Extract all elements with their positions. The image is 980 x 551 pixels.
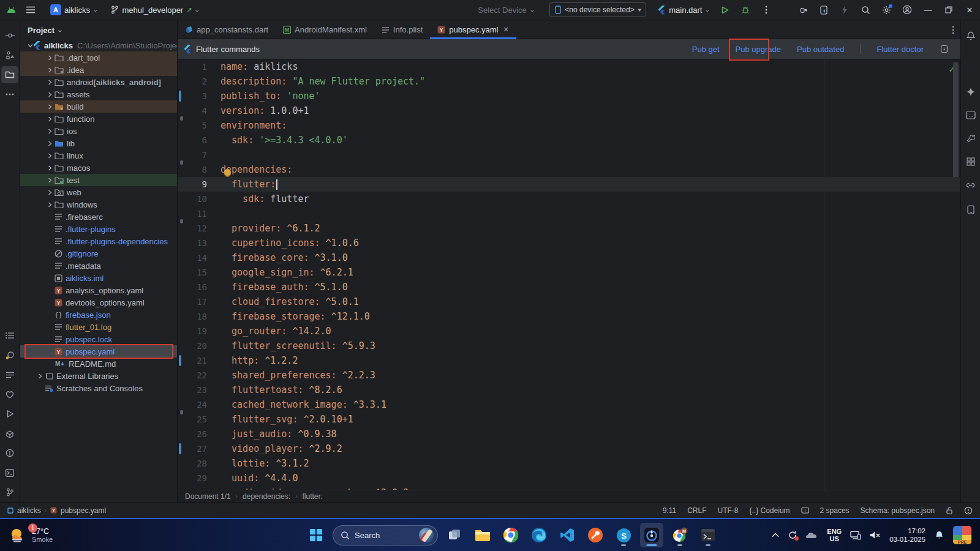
breadcrumb-dependencies[interactable]: dependencies: [243,492,290,501]
code-line-3[interactable]: 3publish_to: 'none' [178,89,960,103]
code-line-14[interactable]: 14 firebase_core: ^3.1.0 [178,250,960,265]
line-separator[interactable]: CRLF [687,506,706,515]
chevron-right-icon[interactable] [45,178,55,183]
tool-commit[interactable] [1,27,18,44]
chevron-right-icon[interactable] [45,165,55,171]
clock-widget[interactable]: 17:02 03-01-2025 [889,527,925,544]
tool-device-explorer[interactable] [962,153,979,170]
code-line-7[interactable]: 7 [178,148,960,162]
taskbar-app-task-view[interactable] [443,523,466,547]
file-encoding[interactable]: UTF-8 [718,506,739,515]
tree-item-firebaserc[interactable]: .firebaserc [20,211,177,223]
tree-item-readme-md[interactable]: MREADME.md [20,358,177,370]
minimize-button[interactable]: — [918,0,938,20]
taskbar-app-android-studio[interactable] [640,523,663,547]
chevron-right-icon[interactable] [45,190,55,195]
code-line-21[interactable]: 21 http: ^1.2.2 [178,353,960,368]
code-line-30[interactable]: 30 audio_video_progress_bar: ^2.0.3 [178,485,960,490]
tool-structure[interactable] [1,47,18,64]
tab-androidmanifest-xml[interactable]: MAndroidManifest.xml [276,21,374,39]
tool-more-tool-windows[interactable] [1,86,18,103]
profiler-button[interactable] [793,0,813,20]
cast-display-icon[interactable] [850,531,861,540]
tree-item-build[interactable]: build [20,100,177,113]
vcs-widget[interactable]: mehul_developer ↗ ⌄ [107,2,204,18]
device-manager-button[interactable] [813,0,834,20]
tab-pubspec-yaml[interactable]: Ypubspec.yaml✕ [430,21,516,39]
tree-item-metadata[interactable]: .metadata [20,260,177,272]
tray-overflow-chevron-icon[interactable] [772,533,779,538]
language-indicator[interactable]: ENGUS [827,528,842,542]
search-everywhere-button[interactable] [855,0,876,20]
run-configuration-dropdown[interactable]: main.dart ⌄ [654,2,714,18]
tree-item-dart-tool[interactable]: .dart_tool [20,51,177,64]
event-log-icon[interactable] [964,506,973,515]
code-line-17[interactable]: 17 cloud_firestore: ^5.0.1 [178,294,960,309]
maximize-button[interactable] [938,0,959,20]
indent-style[interactable]: 2 spaces [820,506,850,515]
code-line-19[interactable]: 19 go_router: ^14.2.0 [178,324,960,339]
chevron-right-icon[interactable] [45,141,55,146]
tab-info-plist[interactable]: Info.plist [374,21,430,39]
select-device-dropdown[interactable]: Select Device ⌄ [473,2,538,18]
code-line-10[interactable]: 10 sdk: flutter [178,192,960,206]
tree-item-function[interactable]: function [20,113,177,125]
tool-terminal[interactable] [1,464,18,481]
tool-problems[interactable] [1,444,18,462]
run-button[interactable] [714,0,735,20]
profile-button[interactable] [897,0,918,20]
tree-item-firebase-json[interactable]: {}firebase.json [20,309,177,321]
chevron-right-icon[interactable] [45,202,55,208]
breadcrumb-document-1-1[interactable]: Document 1/1 [185,492,231,501]
tool-logcat[interactable] [1,366,18,383]
tool-run-window[interactable] [1,405,18,422]
insider-preview-icon[interactable]: PRE [953,526,971,544]
chevron-right-icon[interactable] [45,92,55,97]
code-line-26[interactable]: 26 just_audio: ^0.9.38 [178,427,960,441]
code-editor[interactable]: ✓ 1name: aiklicks2description: "A new Fl… [178,59,960,490]
device-selector-dropdown[interactable]: <no device selected> ▾ [549,2,646,17]
tool-version-control[interactable] [1,484,18,501]
code-line-18[interactable]: 18 firebase_storage: ^12.1.0 [178,309,960,324]
more-actions-button[interactable] [756,0,777,20]
action-pub-outdated[interactable]: Pub outdated [797,45,844,54]
code-line-23[interactable]: 23 fluttertoast: ^8.2.6 [178,383,960,397]
tool-pub[interactable] [1,386,18,403]
code-line-15[interactable]: 15 google_sign_in: ^6.2.1 [178,265,960,280]
tree-item-assets[interactable]: assets [20,88,177,100]
tree-item-lib[interactable]: lib [20,137,177,149]
code-line-8[interactable]: 8dependencies: [178,162,960,177]
code-line-1[interactable]: 1name: aiklicks [178,59,960,74]
tool-gemini[interactable] [962,83,979,100]
schema-selector[interactable]: Schema: pubspec.json [861,506,935,515]
tree-item-devtools-options-yaml[interactable]: Ydevtools_options.yaml [20,296,177,309]
weather-widget[interactable]: 1 27°C Smoke [0,519,61,551]
chevron-right-icon[interactable] [45,104,55,110]
tree-item-linux[interactable]: linux [20,149,177,162]
tree-item-windows[interactable]: windows [20,198,177,211]
tool-build-tools[interactable] [962,130,979,147]
chevron-down-icon[interactable]: ⌄ [57,27,64,33]
tool-dart-analysis[interactable] [1,347,18,364]
codeium-widget[interactable]: {..} Codeium [750,506,790,515]
sync-status-icon[interactable] [788,530,797,540]
tree-item-flutter-plugins[interactable]: .flutter-plugins [20,223,177,235]
onedrive-icon[interactable] [806,531,818,539]
tool-build[interactable] [1,425,18,442]
readonly-toggle-icon[interactable]: ! [801,507,809,514]
notification-bell-icon[interactable] [934,530,944,541]
caret-position[interactable]: 9:11 [663,506,676,515]
status-project[interactable]: aiklicks [17,506,41,515]
main-menu-button[interactable] [21,2,40,18]
action-pub-upgrade[interactable]: Pub upgrade [736,45,781,54]
code-line-24[interactable]: 24 cached_network_image: ^3.3.1 [178,397,960,412]
close-button[interactable]: ✕ [959,0,980,20]
tree-item-aiklicks-iml[interactable]: aiklicks.iml [20,272,177,284]
tool-running-devices[interactable]: [..] [962,107,979,124]
debug-button[interactable] [735,0,756,20]
tree-item-flutter-01-log[interactable]: flutter_01.log [20,321,177,333]
tree-item-scratches-and-consoles[interactable]: Scratches and Consoles [20,382,177,394]
taskbar-app-chrome-profile[interactable]: M [668,523,692,547]
code-line-22[interactable]: 22 shared_preferences: ^2.2.3 [178,368,960,383]
tree-item-ios[interactable]: ios [20,125,177,137]
